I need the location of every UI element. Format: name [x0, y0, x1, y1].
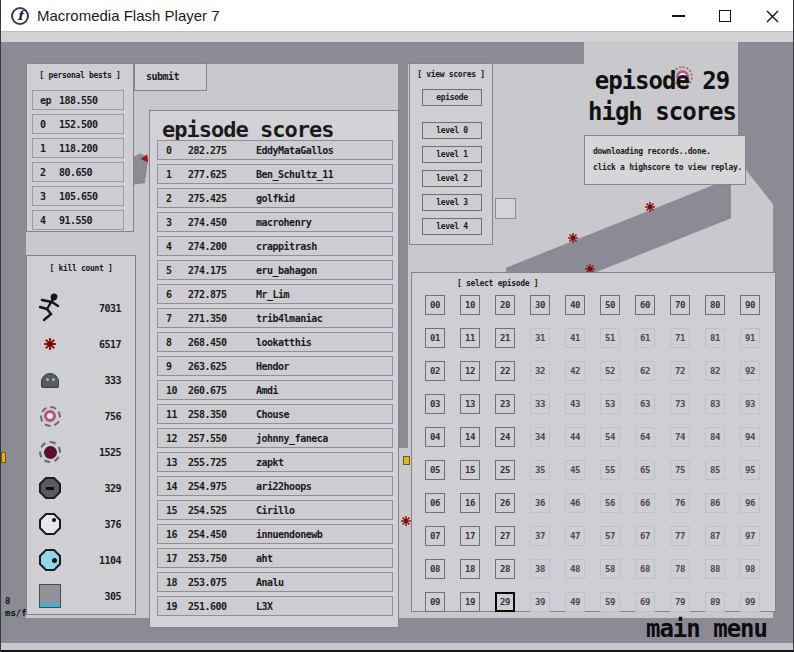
episode-cell[interactable]: 54 [600, 427, 620, 447]
episode-cell[interactable]: 35 [530, 460, 550, 480]
episode-cell[interactable]: 28 [495, 559, 515, 579]
episode-cell[interactable]: 82 [705, 361, 725, 381]
episode-cell[interactable]: 65 [635, 460, 655, 480]
episode-cell[interactable]: 12 [460, 361, 480, 381]
episode-cell[interactable]: 74 [670, 427, 690, 447]
episode-cell[interactable]: 39 [530, 592, 550, 612]
episode-cell[interactable]: 58 [600, 559, 620, 579]
highscore-row[interactable]: 8 268.450 lookatthis [157, 332, 393, 352]
episode-cell[interactable]: 02 [425, 361, 445, 381]
episode-cell[interactable]: 92 [740, 361, 760, 381]
episode-cell[interactable]: 30 [530, 295, 550, 315]
episode-cell[interactable]: 15 [460, 460, 480, 480]
episode-cell[interactable]: 75 [670, 460, 690, 480]
episode-cell[interactable]: 38 [530, 559, 550, 579]
episode-cell[interactable]: 45 [565, 460, 585, 480]
episode-cell[interactable]: 36 [530, 493, 550, 513]
episode-cell[interactable]: 31 [530, 328, 550, 348]
episode-cell[interactable]: 24 [495, 427, 515, 447]
highscore-row[interactable]: 1 277.625 Ben_Schultz_11 [157, 164, 393, 184]
highscore-row[interactable]: 7 271.350 trib4lmaniac [157, 308, 393, 328]
episode-cell[interactable]: 08 [425, 559, 445, 579]
episode-cell[interactable]: 99 [740, 592, 760, 612]
episode-cell[interactable]: 86 [705, 493, 725, 513]
episode-cell[interactable]: 37 [530, 526, 550, 546]
episode-cell[interactable]: 80 [705, 295, 725, 315]
highscore-row[interactable]: 19 251.600 L3X [157, 596, 393, 616]
episode-cell[interactable]: 89 [705, 592, 725, 612]
view-level-button[interactable]: level 0 [422, 122, 482, 139]
episode-cell[interactable]: 88 [705, 559, 725, 579]
episode-cell[interactable]: 95 [740, 460, 760, 480]
episode-cell[interactable]: 21 [495, 328, 515, 348]
episode-cell[interactable]: 94 [740, 427, 760, 447]
episode-cell[interactable]: 04 [425, 427, 445, 447]
highscore-row[interactable]: 10 260.675 Amdi [157, 380, 393, 400]
episode-cell[interactable]: 70 [670, 295, 690, 315]
episode-cell[interactable]: 05 [425, 460, 445, 480]
episode-cell[interactable]: 13 [460, 394, 480, 414]
episode-cell[interactable]: 17 [460, 526, 480, 546]
episode-cell[interactable]: 23 [495, 394, 515, 414]
minimize-button[interactable] [658, 0, 698, 32]
highscore-row[interactable]: 0 282.275 EddyMataGallos [157, 140, 393, 160]
episode-cell[interactable]: 32 [530, 361, 550, 381]
episode-cell[interactable]: 10 [460, 295, 480, 315]
highscore-row[interactable]: 12 257.550 johnny_faneca [157, 428, 393, 448]
episode-cell[interactable]: 42 [565, 361, 585, 381]
episode-cell[interactable]: 87 [705, 526, 725, 546]
episode-cell[interactable]: 63 [635, 394, 655, 414]
episode-cell[interactable]: 16 [460, 493, 480, 513]
episode-cell[interactable]: 18 [460, 559, 480, 579]
episode-cell[interactable]: 01 [425, 328, 445, 348]
highscore-row[interactable]: 13 255.725 zapkt [157, 452, 393, 472]
highscore-row[interactable]: 3 274.450 macrohenry [157, 212, 393, 232]
maximize-button[interactable] [705, 0, 745, 32]
highscore-row[interactable]: 11 258.350 Chouse [157, 404, 393, 424]
episode-cell[interactable]: 90 [740, 295, 760, 315]
highscore-row[interactable]: 18 253.075 Analu [157, 572, 393, 592]
main-menu-button[interactable]: main menu [646, 616, 767, 641]
highscore-row[interactable]: 2 275.425 golfkid [157, 188, 393, 208]
episode-cell[interactable]: 96 [740, 493, 760, 513]
episode-cell[interactable]: 60 [635, 295, 655, 315]
episode-cell[interactable]: 27 [495, 526, 515, 546]
episode-cell[interactable]: 03 [425, 394, 445, 414]
episode-cell[interactable]: 46 [565, 493, 585, 513]
episode-cell[interactable]: 22 [495, 361, 515, 381]
highscore-row[interactable]: 17 253.750 aht [157, 548, 393, 568]
episode-cell[interactable]: 93 [740, 394, 760, 414]
view-level-button[interactable]: level 1 [422, 146, 482, 163]
episode-cell[interactable]: 50 [600, 295, 620, 315]
highscore-row[interactable]: 15 254.525 Cirillo [157, 500, 393, 520]
episode-cell[interactable]: 64 [635, 427, 655, 447]
episode-cell[interactable]: 56 [600, 493, 620, 513]
episode-cell[interactable]: 07 [425, 526, 445, 546]
episode-cell[interactable]: 83 [705, 394, 725, 414]
episode-cell[interactable]: 68 [635, 559, 655, 579]
close-button[interactable] [752, 0, 792, 32]
episode-cell[interactable]: 19 [460, 592, 480, 612]
episode-cell[interactable]: 00 [425, 295, 445, 315]
highscore-row[interactable]: 9 263.625 Hendor [157, 356, 393, 376]
episode-cell[interactable]: 33 [530, 394, 550, 414]
episode-cell[interactable]: 78 [670, 559, 690, 579]
episode-cell[interactable]: 59 [600, 592, 620, 612]
episode-cell[interactable]: 67 [635, 526, 655, 546]
episode-cell[interactable]: 91 [740, 328, 760, 348]
episode-cell[interactable]: 53 [600, 394, 620, 414]
episode-cell[interactable]: 44 [565, 427, 585, 447]
episode-cell[interactable]: 81 [705, 328, 725, 348]
highscore-row[interactable]: 6 272.875 Mr_Lim [157, 284, 393, 304]
view-level-button[interactable]: level 3 [422, 194, 482, 211]
episode-cell[interactable]: 25 [495, 460, 515, 480]
episode-cell[interactable]: 09 [425, 592, 445, 612]
highscore-row[interactable]: 4 274.200 crappitrash [157, 236, 393, 256]
submit-button[interactable]: submit [134, 63, 207, 91]
episode-cell[interactable]: 51 [600, 328, 620, 348]
episode-cell[interactable]: 85 [705, 460, 725, 480]
episode-cell[interactable]: 20 [495, 295, 515, 315]
highscore-row[interactable]: 5 274.175 eru_bahagon [157, 260, 393, 280]
episode-cell[interactable]: 62 [635, 361, 655, 381]
view-level-button[interactable]: level 2 [422, 170, 482, 187]
